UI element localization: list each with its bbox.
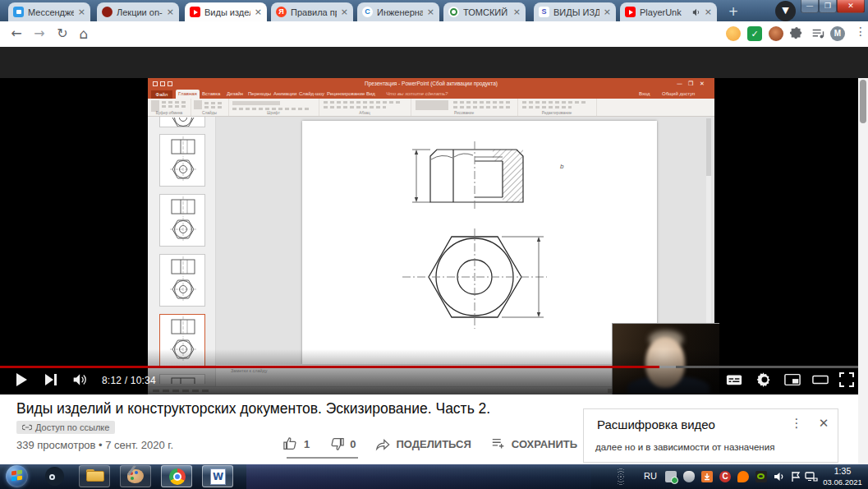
home-button[interactable]: ⌂: [76, 25, 92, 42]
miniplayer-button[interactable]: [784, 371, 801, 388]
time-display: 8:12 / 10:34: [102, 375, 156, 386]
browser-tab-lectures[interactable]: Лекции on-lin×: [97, 2, 179, 21]
fox-extension-icon[interactable]: [769, 26, 783, 41]
folder-icon: [86, 469, 104, 482]
tab-close-icon[interactable]: ×: [427, 7, 434, 16]
taskbar-steam-icon[interactable]: [45, 467, 64, 486]
tab-close-icon[interactable]: ×: [341, 7, 348, 16]
browser-tab-tomsk[interactable]: ТОМСКИЙ×: [443, 2, 526, 21]
language-indicator[interactable]: RU: [644, 471, 657, 481]
fullscreen-button[interactable]: [838, 371, 855, 388]
dislike-button[interactable]: 0: [329, 436, 356, 451]
tab-close-icon[interactable]: ×: [255, 7, 262, 16]
browser-profile-avatar[interactable]: M: [830, 26, 845, 41]
back-button[interactable]: ←: [8, 25, 25, 42]
browser-menu-kebab-icon[interactable]: ⋮: [855, 25, 866, 38]
save-label: СОХРАНИТЬ: [512, 438, 577, 450]
tray-action-center-flag-icon[interactable]: [790, 471, 801, 482]
dislike-count: 0: [350, 438, 356, 450]
reload-button[interactable]: ↻: [54, 25, 71, 42]
browser-tab-messenger[interactable]: Мессенджер×: [8, 2, 90, 21]
emoji-extension-icon[interactable]: [726, 26, 741, 41]
forward-button[interactable]: →: [31, 25, 48, 42]
tray-avast-icon[interactable]: [737, 471, 749, 482]
ppt-tab-animations: Анимации: [273, 90, 296, 99]
tab-title: ВИДЫ ИЗДЕЛ: [553, 7, 599, 17]
ppt-slide-thumbnails-panel: [148, 117, 216, 386]
save-button[interactable]: СОХРАНИТЬ: [491, 436, 577, 451]
window-minimize-button[interactable]: —: [801, 0, 819, 13]
thumbs-down-icon: [329, 436, 344, 451]
ppt-maximize-icon: ❐: [688, 81, 693, 87]
transcript-menu-kebab-icon[interactable]: ⋮: [789, 416, 804, 431]
ppt-sign-in: Вход: [639, 90, 650, 99]
ppt-group-slides: Слайды: [191, 99, 229, 116]
play-button[interactable]: [13, 371, 30, 388]
browser-tab-stepik[interactable]: SВИДЫ ИЗДЕЛ×: [534, 2, 616, 21]
new-tab-button[interactable]: +: [724, 3, 742, 20]
transcript-panel: Расшифровка видео ⋮ ✕ далее но и в завис…: [583, 408, 838, 463]
tab-audio-speaker-icon: [692, 8, 700, 16]
tab-title: ТОМСКИЙ: [463, 7, 509, 17]
browser-tab-playerunknown[interactable]: PlayerUnk ×: [620, 2, 717, 21]
ppt-slide-thumbnail[interactable]: [159, 194, 205, 247]
subtitles-button[interactable]: [726, 371, 742, 388]
tab-close-icon[interactable]: ×: [78, 7, 85, 16]
start-button[interactable]: [6, 465, 28, 487]
ppt-group-paragraph: Абзац: [319, 99, 411, 116]
taskbar-chrome-button[interactable]: [161, 465, 192, 487]
window-close-button[interactable]: ✕: [837, 0, 865, 13]
tray-volume-icon[interactable]: [774, 471, 785, 482]
ppt-tab-slideshow: Слайд-шоу: [299, 90, 324, 99]
settings-gear-icon[interactable]: [756, 371, 773, 388]
transcript-close-icon[interactable]: ✕: [816, 416, 831, 431]
tab-close-icon[interactable]: ×: [513, 7, 521, 16]
playlist-extension-icon[interactable]: [811, 26, 825, 41]
ppt-share-button: Общий доступ: [662, 90, 695, 99]
volume-button[interactable]: [72, 371, 89, 388]
taskbar-paint-button[interactable]: [120, 465, 151, 487]
page-scrollbar[interactable]: [858, 78, 868, 464]
video-title: Виды изделий и конструкторских документо…: [16, 400, 575, 417]
tab-close-icon[interactable]: ×: [167, 7, 174, 16]
shield-extension-icon[interactable]: ✓: [747, 26, 762, 41]
browser-tab-engineering[interactable]: CИнженерная×: [357, 2, 439, 21]
like-dislike-ratio-bar: [287, 457, 358, 459]
tab-close-icon[interactable]: ×: [604, 7, 611, 16]
like-button[interactable]: 1: [283, 436, 310, 451]
start-flag-icon: [17, 476, 22, 481]
taskbar-clock[interactable]: 1:35 03.06.2021: [820, 466, 866, 487]
window-maximize-button[interactable]: ❐: [819, 0, 837, 13]
ppt-ribbon-tabs: Файл Главная Вставка Дизайн Переходы Ани…: [148, 90, 714, 99]
browser-tab-active-youtube[interactable]: Виды издели×: [185, 2, 267, 21]
theater-mode-button[interactable]: [812, 371, 829, 388]
transcript-line[interactable]: далее но и в зависимости от назначения: [595, 442, 774, 452]
share-button[interactable]: ПОДЕЛИТЬСЯ: [375, 436, 471, 451]
ppt-slide-thumbnail[interactable]: [159, 134, 205, 187]
save-playlist-icon: [491, 436, 506, 451]
ppt-slide-thumbnail[interactable]: [159, 254, 205, 307]
media-control-button[interactable]: ▼: [775, 1, 796, 21]
screen: Мессенджер× Лекции on-lin× Виды издели× …: [0, 0, 868, 489]
extensions-puzzle-icon[interactable]: [789, 26, 804, 41]
tray-network-icon[interactable]: [805, 471, 816, 482]
video-player[interactable]: Презентация - PowerPoint (Сбой активации…: [0, 78, 858, 394]
tray-mouse-icon[interactable]: [683, 471, 695, 482]
tray-download-manager-icon[interactable]: [701, 471, 713, 482]
tray-ccleaner-icon[interactable]: C: [719, 471, 731, 482]
tab-close-icon[interactable]: ×: [705, 7, 712, 16]
tab-title: Инженерная: [377, 7, 423, 17]
taskbar-explorer-button[interactable]: [79, 465, 110, 487]
scrollbar-thumb[interactable]: [860, 80, 866, 123]
ppt-slide-thumbnail-partial[interactable]: [159, 117, 205, 127]
thumbs-up-icon: [283, 436, 298, 451]
tray-usb-icon[interactable]: [665, 471, 677, 482]
link-icon: [22, 424, 32, 431]
next-button[interactable]: [43, 371, 59, 388]
tray-nvidia-icon[interactable]: [755, 471, 767, 482]
ppt-tab-insert: Вставка: [202, 90, 220, 99]
browser-tab-yandex[interactable]: ЯПравила про×: [271, 2, 353, 21]
youtube-favicon-icon: [625, 7, 636, 17]
taskbar-word-button[interactable]: W: [202, 465, 233, 487]
access-badge: Доступ по ссылке: [16, 421, 115, 434]
